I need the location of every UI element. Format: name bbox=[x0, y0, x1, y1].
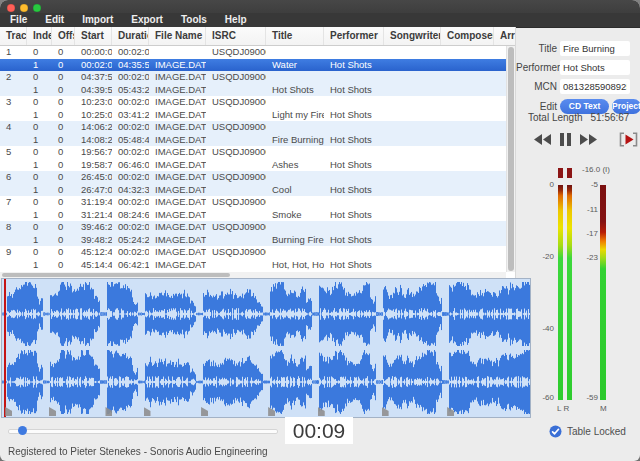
column-header[interactable]: ISRC bbox=[206, 27, 266, 45]
column-header[interactable]: File Name bbox=[149, 27, 206, 45]
title-field[interactable] bbox=[560, 41, 630, 56]
column-header[interactable]: Songwriter bbox=[384, 27, 441, 45]
menu-item-file[interactable]: File bbox=[1, 13, 36, 27]
table-cell: 39:48:26 bbox=[75, 234, 112, 247]
titlebar[interactable] bbox=[0, 0, 640, 13]
menu-item-help[interactable]: Help bbox=[216, 13, 256, 27]
track-table-body: 10000:00:0000:02:00USQDJ09000011000:02:0… bbox=[0, 46, 507, 271]
table-cell: 06:46:06 bbox=[112, 159, 149, 172]
column-header[interactable]: Start bbox=[75, 27, 112, 45]
position-slider[interactable] bbox=[8, 429, 278, 434]
position-slider-thumb[interactable] bbox=[18, 426, 27, 435]
table-row[interactable]: 50019:56:7300:02:00IMAGE.DATUSQDJ0900005 bbox=[0, 146, 507, 159]
maximize-button[interactable] bbox=[33, 4, 41, 12]
table-row[interactable]: 90045:12:4900:02:00IMAGE.DATUSQDJ0900009 bbox=[0, 246, 507, 259]
table-cell: Hot Shots bbox=[324, 59, 384, 72]
performer-field[interactable] bbox=[560, 60, 630, 75]
table-cell bbox=[384, 71, 441, 84]
table-cell: Hot Shots bbox=[324, 109, 384, 122]
menu-bar: FileEditImportExportToolsHelp bbox=[0, 13, 640, 28]
horizontal-scroll-thumb[interactable] bbox=[2, 273, 230, 277]
table-row[interactable]: 70031:19:4000:02:00IMAGE.DATUSQDJ0900007 bbox=[0, 196, 507, 209]
forward-button[interactable] bbox=[580, 132, 597, 147]
lr-scale-tick: -40 bbox=[532, 324, 554, 333]
table-cell bbox=[266, 96, 324, 109]
minimize-button[interactable] bbox=[20, 4, 28, 12]
table-row[interactable]: 1014:08:2705:48:46IMAGE.DATFire BurningH… bbox=[0, 134, 507, 147]
mcn-field[interactable] bbox=[560, 79, 630, 94]
waveform-display[interactable] bbox=[1, 278, 531, 418]
table-row[interactable]: 1026:47:0404:32:36IMAGE.DATCoolHot Shots bbox=[0, 184, 507, 197]
table-vertical-scrollbar[interactable] bbox=[506, 46, 515, 272]
table-cell bbox=[441, 209, 494, 222]
table-cell: 0 bbox=[52, 84, 75, 97]
table-cell: 1 bbox=[27, 134, 52, 147]
table-row[interactable]: 20004:37:5400:02:00IMAGE.DATUSQDJ0900002 bbox=[0, 71, 507, 84]
clip-indicator-right[interactable] bbox=[567, 168, 572, 178]
table-cell: 3 bbox=[0, 96, 27, 109]
table-row[interactable]: 1000:02:0004:35:54IMAGE.DATWaterHot Shot… bbox=[0, 59, 507, 72]
table-cell bbox=[206, 109, 266, 122]
table-cell: IMAGE.DAT bbox=[149, 59, 206, 72]
column-header[interactable]: Title bbox=[266, 27, 324, 45]
table-cell: 04:37:54 bbox=[75, 71, 112, 84]
table-cell bbox=[324, 196, 384, 209]
lr-scale-tick: -60 bbox=[532, 393, 554, 402]
column-header[interactable]: Duration bbox=[112, 27, 149, 45]
table-cell: 1 bbox=[27, 109, 52, 122]
m-scale-tick: -59 bbox=[576, 393, 598, 402]
table-cell: 0 bbox=[52, 221, 75, 234]
table-row[interactable]: 80039:46:2600:02:00IMAGE.DATUSQDJ0900008 bbox=[0, 221, 507, 234]
table-cell bbox=[266, 221, 324, 234]
table-row[interactable]: 1039:48:2605:24:23IMAGE.DATBurning FireH… bbox=[0, 234, 507, 247]
table-row[interactable]: 1045:14:4906:42:18IMAGE.DATHot, Hot, Hot… bbox=[0, 259, 507, 272]
table-row[interactable]: 1019:58:7306:46:06IMAGE.DATAshesHot Shot… bbox=[0, 159, 507, 172]
table-row[interactable]: 10000:00:0000:02:00USQDJ0900001 bbox=[0, 46, 507, 59]
column-header[interactable]: Track bbox=[0, 27, 27, 45]
table-cell bbox=[324, 121, 384, 134]
total-length-value: 51:56:67 bbox=[591, 112, 630, 123]
clip-indicator-left[interactable] bbox=[558, 168, 563, 178]
m-channel-label: M bbox=[600, 404, 607, 413]
table-cell bbox=[266, 71, 324, 84]
table-cell: 45:14:49 bbox=[75, 259, 112, 272]
table-cell bbox=[384, 59, 441, 72]
table-locked-indicator[interactable]: Table Locked bbox=[549, 425, 626, 438]
table-cell bbox=[0, 59, 27, 72]
pause-button[interactable] bbox=[560, 132, 571, 147]
column-header[interactable]: Performer bbox=[324, 27, 384, 45]
table-cell: 26:47:04 bbox=[75, 184, 112, 197]
table-cell: 04:39:54 bbox=[75, 84, 112, 97]
table-cell: 0 bbox=[52, 259, 75, 272]
table-cell bbox=[206, 209, 266, 222]
table-cell: Hot Shots bbox=[324, 134, 384, 147]
vertical-scroll-thumb[interactable] bbox=[508, 47, 514, 271]
table-row[interactable]: 40014:06:2700:02:00IMAGE.DATUSQDJ0900004 bbox=[0, 121, 507, 134]
playhead-cursor[interactable] bbox=[4, 279, 6, 417]
menu-item-import[interactable]: Import bbox=[73, 13, 122, 27]
table-cell bbox=[441, 259, 494, 272]
table-row[interactable]: 1004:39:5405:43:25IMAGE.DATHot ShotsHot … bbox=[0, 84, 507, 97]
table-cell bbox=[384, 159, 441, 172]
rewind-button[interactable] bbox=[534, 132, 551, 147]
menu-item-tools[interactable]: Tools bbox=[172, 13, 216, 27]
table-cell bbox=[324, 71, 384, 84]
table-cell: 0 bbox=[52, 71, 75, 84]
table-cell bbox=[206, 59, 266, 72]
column-header[interactable]: Arr bbox=[494, 27, 516, 45]
column-header[interactable]: Composer bbox=[441, 27, 494, 45]
table-row[interactable]: 60026:45:0400:02:00IMAGE.DATUSQDJ0900006 bbox=[0, 171, 507, 184]
column-header[interactable]: Offset bbox=[52, 27, 75, 45]
play-selection-button[interactable] bbox=[619, 132, 638, 147]
table-cell: 14:08:27 bbox=[75, 134, 112, 147]
menu-item-export[interactable]: Export bbox=[122, 13, 172, 27]
column-header[interactable]: Index bbox=[27, 27, 52, 45]
m-scale-tick: -5 bbox=[576, 180, 598, 189]
table-cell: USQDJ0900008 bbox=[206, 221, 266, 234]
close-button[interactable] bbox=[7, 4, 15, 12]
table-cell: 03:41:23 bbox=[112, 109, 149, 122]
table-row[interactable]: 30010:23:0400:02:00IMAGE.DATUSQDJ0900003 bbox=[0, 96, 507, 109]
table-row[interactable]: 1010:25:0403:41:23IMAGE.DATLight my Fire… bbox=[0, 109, 507, 122]
table-row[interactable]: 1031:21:4008:24:61IMAGE.DATSmokeHot Shot… bbox=[0, 209, 507, 222]
menu-item-edit[interactable]: Edit bbox=[36, 13, 73, 27]
